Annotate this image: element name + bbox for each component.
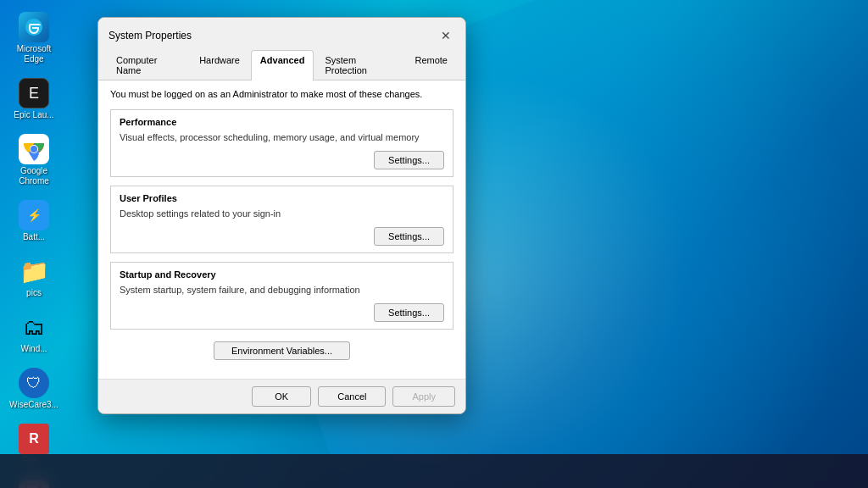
- performance-section: Performance Visual effects, processor sc…: [110, 109, 453, 177]
- user-profiles-desc: Desktop settings related to your sign-in: [120, 208, 444, 219]
- cancel-button[interactable]: Cancel: [318, 386, 386, 407]
- tab-computer-name[interactable]: Computer Name: [107, 50, 188, 80]
- apply-button[interactable]: Apply: [392, 386, 455, 407]
- startup-recovery-section: Startup and Recovery System startup, sys…: [110, 262, 453, 330]
- user-profiles-section: User Profiles Desktop settings related t…: [110, 186, 453, 253]
- tab-advanced[interactable]: Advanced: [251, 50, 314, 80]
- tab-hardware[interactable]: Hardware: [190, 50, 249, 80]
- startup-recovery-desc: System startup, system failure, and debu…: [120, 285, 444, 295]
- tab-remote[interactable]: Remote: [405, 50, 457, 80]
- dialog-tabs: Computer Name Hardware Advanced System P…: [98, 45, 465, 80]
- tab-system-protection[interactable]: System Protection: [315, 50, 403, 80]
- startup-recovery-title: Startup and Recovery: [120, 269, 444, 280]
- environment-variables-button[interactable]: Environment Variables...: [214, 341, 350, 360]
- performance-desc: Visual effects, processor scheduling, me…: [120, 132, 444, 142]
- dialog-content: You must be logged on as an Administrato…: [98, 80, 465, 379]
- dialog-titlebar: System Properties ✕: [98, 18, 465, 45]
- close-button[interactable]: ✕: [437, 26, 455, 45]
- user-profiles-title: User Profiles: [120, 193, 444, 203]
- dialog-title: System Properties: [108, 30, 192, 42]
- system-properties-dialog: System Properties ✕ Computer Name Hardwa…: [97, 17, 466, 414]
- ok-button[interactable]: OK: [252, 386, 311, 407]
- performance-settings-button[interactable]: Settings...: [374, 151, 444, 169]
- admin-notice: You must be logged on as an Administrato…: [110, 89, 453, 99]
- user-profiles-settings-button[interactable]: Settings...: [374, 227, 444, 246]
- dialog-overlay: System Properties ✕ Computer Name Hardwa…: [0, 0, 868, 454]
- env-variables-row: Environment Variables...: [110, 341, 453, 360]
- performance-title: Performance: [120, 117, 444, 127]
- startup-recovery-settings-button[interactable]: Settings...: [374, 303, 444, 322]
- taskbar: [0, 454, 868, 488]
- desktop: Microsoft Edge E Epic Lau...: [0, 0, 868, 488]
- dialog-footer: OK Cancel Apply: [98, 379, 465, 413]
